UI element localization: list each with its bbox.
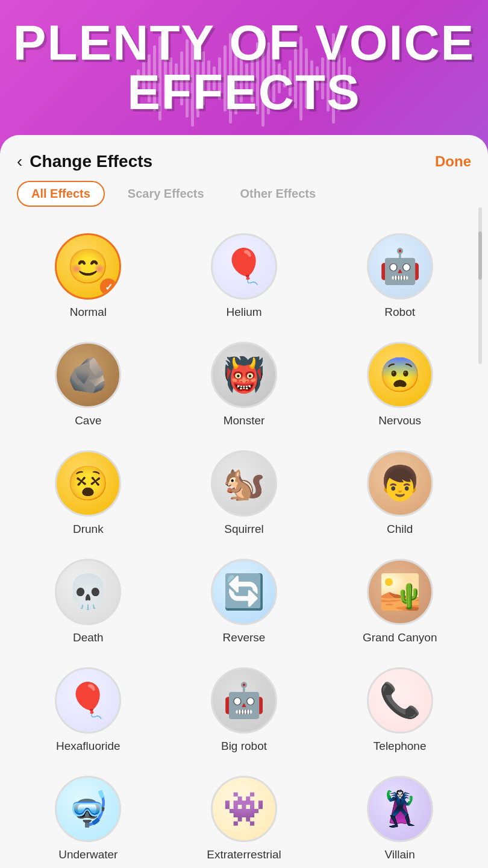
effect-icon-telephone: 📞 bbox=[367, 667, 433, 734]
effect-icon-reverse: 🔄 bbox=[211, 559, 277, 625]
filter-tabs: All Effects Scary Effects Other Effects bbox=[0, 181, 488, 219]
telephone-emoji: 📞 bbox=[379, 681, 421, 720]
effect-label-robot: Robot bbox=[384, 306, 415, 319]
effect-icon-monster: 👹 bbox=[211, 342, 277, 408]
effect-grandcanyon[interactable]: 🏜️ Grand Canyon bbox=[324, 550, 476, 653]
selected-check: ✓ bbox=[100, 278, 117, 295]
effect-icon-robot: 🤖 bbox=[367, 233, 433, 300]
effect-label-drunk: Drunk bbox=[73, 523, 104, 536]
effect-label-normal: Normal bbox=[70, 306, 107, 319]
grandcanyon-emoji: 🏜️ bbox=[379, 572, 421, 612]
done-button[interactable]: Done bbox=[435, 153, 471, 170]
effect-hexafluoride[interactable]: 🎈 Hexafluoride bbox=[12, 659, 164, 761]
effect-icon-underwater: 🤿 bbox=[55, 776, 121, 842]
card-title: Change Effects bbox=[30, 152, 435, 171]
effect-label-extraterrestrial: Extraterrestrial bbox=[207, 848, 281, 861]
squirrel-emoji: 🐿️ bbox=[223, 464, 265, 503]
effect-label-death: Death bbox=[73, 631, 104, 644]
effect-icon-hexafluoride: 🎈 bbox=[55, 667, 121, 734]
effect-label-helium: Helium bbox=[226, 306, 261, 319]
effect-label-reverse: Reverse bbox=[223, 631, 266, 644]
reverse-emoji: 🔄 bbox=[223, 572, 265, 612]
effect-icon-nervous: 😨 bbox=[367, 342, 433, 408]
drunk-emoji: 😵 bbox=[67, 464, 109, 503]
underwater-emoji: 🤿 bbox=[67, 789, 109, 829]
effect-villain[interactable]: 🦹 Villain bbox=[324, 767, 476, 868]
effects-grid: 😊 ✓ Normal 🎈 Helium 🤖 Robot 🪨 Cave bbox=[0, 219, 488, 868]
effect-nervous[interactable]: 😨 Nervous bbox=[324, 333, 476, 436]
effect-label-squirrel: Squirrel bbox=[224, 523, 263, 536]
cave-emoji: 🪨 bbox=[67, 355, 109, 395]
effect-drunk[interactable]: 😵 Drunk bbox=[12, 442, 164, 544]
effect-label-hexafluoride: Hexafluoride bbox=[56, 740, 120, 753]
effect-icon-bigrobot: 🤖 bbox=[211, 667, 277, 734]
effects-card: ‹ Change Effects Done All Effects Scary … bbox=[0, 135, 488, 868]
effect-extraterrestrial[interactable]: 👾 Extraterrestrial bbox=[168, 767, 321, 868]
effect-child[interactable]: 👦 Child bbox=[324, 442, 476, 544]
effect-label-cave: Cave bbox=[75, 414, 101, 427]
hexafluoride-emoji: 🎈 bbox=[67, 681, 109, 720]
effect-underwater[interactable]: 🤿 Underwater bbox=[12, 767, 164, 868]
effect-helium[interactable]: 🎈 Helium bbox=[168, 225, 321, 327]
effect-label-bigrobot: Big robot bbox=[221, 740, 267, 753]
effect-icon-cave: 🪨 bbox=[55, 342, 121, 408]
tab-other-effects[interactable]: Other Effects bbox=[227, 182, 330, 206]
effect-label-child: Child bbox=[387, 523, 413, 536]
effect-monster[interactable]: 👹 Monster bbox=[168, 333, 321, 436]
tab-scary-effects[interactable]: Scary Effects bbox=[114, 182, 217, 206]
tab-all-effects[interactable]: All Effects bbox=[17, 181, 105, 207]
effect-death[interactable]: 💀 Death bbox=[12, 550, 164, 653]
effect-cave[interactable]: 🪨 Cave bbox=[12, 333, 164, 436]
effect-label-telephone: Telephone bbox=[374, 740, 427, 753]
nervous-emoji: 😨 bbox=[379, 355, 421, 395]
effect-icon-extraterrestrial: 👾 bbox=[211, 776, 277, 842]
effect-reverse[interactable]: 🔄 Reverse bbox=[168, 550, 321, 653]
effect-icon-normal: 😊 ✓ bbox=[55, 233, 121, 300]
effect-telephone[interactable]: 📞 Telephone bbox=[324, 659, 476, 761]
card-header: ‹ Change Effects Done bbox=[0, 135, 488, 181]
effect-icon-squirrel: 🐿️ bbox=[211, 450, 277, 517]
effect-label-villain: Villain bbox=[384, 848, 414, 861]
effect-robot[interactable]: 🤖 Robot bbox=[324, 225, 476, 327]
death-emoji: 💀 bbox=[67, 572, 109, 612]
effect-label-underwater: Underwater bbox=[58, 848, 117, 861]
monster-emoji: 👹 bbox=[223, 355, 265, 395]
effect-icon-villain: 🦹 bbox=[367, 776, 433, 842]
bigrobot-emoji: 🤖 bbox=[223, 681, 265, 720]
villain-emoji: 🦹 bbox=[379, 789, 421, 829]
page-title: PLENTY OF VOICE EFFECTS bbox=[0, 0, 488, 129]
back-button[interactable]: ‹ bbox=[17, 153, 22, 170]
effect-label-grandcanyon: Grand Canyon bbox=[363, 631, 437, 644]
effect-squirrel[interactable]: 🐿️ Squirrel bbox=[168, 442, 321, 544]
helium-emoji: 🎈 bbox=[223, 247, 265, 286]
effect-icon-child: 👦 bbox=[367, 450, 433, 517]
effect-icon-helium: 🎈 bbox=[211, 233, 277, 300]
effect-icon-death: 💀 bbox=[55, 559, 121, 625]
extraterrestrial-emoji: 👾 bbox=[223, 789, 265, 829]
robot-emoji: 🤖 bbox=[379, 247, 421, 286]
effect-label-nervous: Nervous bbox=[378, 414, 421, 427]
effect-icon-grandcanyon: 🏜️ bbox=[367, 559, 433, 625]
effect-normal[interactable]: 😊 ✓ Normal bbox=[12, 225, 164, 327]
effect-bigrobot[interactable]: 🤖 Big robot bbox=[168, 659, 321, 761]
scroll-indicator bbox=[478, 207, 482, 364]
effect-label-monster: Monster bbox=[224, 414, 265, 427]
child-emoji: 👦 bbox=[379, 464, 421, 503]
effect-icon-drunk: 😵 bbox=[55, 450, 121, 517]
